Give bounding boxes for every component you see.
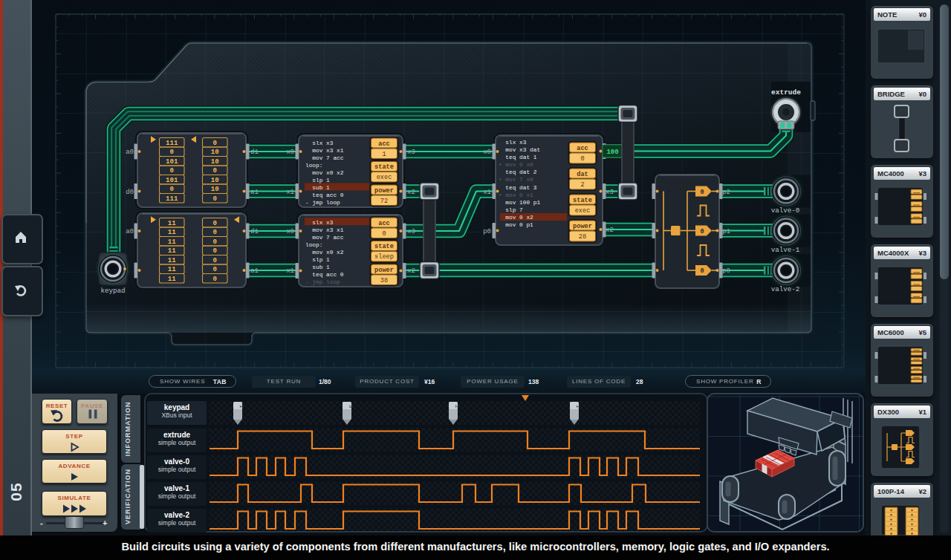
svg-text:11: 11 xyxy=(168,257,176,264)
svg-text:mov 0 p1: mov 0 p1 xyxy=(499,222,533,228)
svg-text:slx x3: slx x3 xyxy=(305,140,334,146)
svg-text:slp 1: slp 1 xyxy=(305,178,330,183)
svg-text:acc: acc xyxy=(577,145,588,152)
svg-text:11: 11 xyxy=(168,266,176,273)
svg-text:x3: x3 xyxy=(606,189,614,196)
svg-text:x1: x1 xyxy=(483,189,491,196)
svg-text:11: 11 xyxy=(168,247,176,255)
svg-text:x1: x1 xyxy=(286,189,294,196)
svg-text:state: state xyxy=(573,197,592,204)
svg-text:p0: p0 xyxy=(483,228,491,235)
svg-text:0: 0 xyxy=(382,230,386,238)
svg-text:p1: p1 xyxy=(722,228,730,235)
svg-text:exec: exec xyxy=(575,207,591,215)
svg-text:slp 1: slp 1 xyxy=(305,257,330,263)
svg-text:mov 7 acc: mov 7 acc xyxy=(305,155,344,161)
svg-text:keypad: keypad xyxy=(100,287,125,295)
svg-text:mov 0 x2: mov 0 x2 xyxy=(499,215,533,221)
svg-text:x0: x0 xyxy=(286,228,294,235)
svg-text:0: 0 xyxy=(212,276,216,283)
svg-text:28: 28 xyxy=(579,233,586,241)
svg-text:loop:: loop: xyxy=(305,242,322,248)
svg-text:slx x3: slx x3 xyxy=(499,140,527,146)
svg-text:11: 11 xyxy=(168,229,176,236)
svg-text:0: 0 xyxy=(212,140,216,147)
svg-text:0: 0 xyxy=(212,167,216,175)
svg-text:sleep: sleep xyxy=(374,253,394,261)
svg-text:VERIFICATION: VERIFICATION xyxy=(124,469,132,524)
svg-text:mov x3 x1: mov x3 x1 xyxy=(305,148,344,154)
svg-text:a1: a1 xyxy=(250,189,259,196)
svg-text:0: 0 xyxy=(212,247,216,255)
svg-text:a0: a0 xyxy=(126,228,134,235)
svg-text:power: power xyxy=(374,267,394,274)
svg-text:power: power xyxy=(573,223,592,230)
svg-text:0: 0 xyxy=(212,195,216,203)
svg-text:p0: p0 xyxy=(722,267,730,275)
svg-text:3: 3 xyxy=(348,405,354,408)
svg-text:power: power xyxy=(374,187,394,195)
svg-text:p2: p2 xyxy=(722,189,730,196)
svg-text:valve-0: valve-0 xyxy=(771,206,800,215)
svg-text:11: 11 xyxy=(168,276,176,283)
svg-text:state: state xyxy=(374,163,394,171)
svg-text:38: 38 xyxy=(380,277,388,284)
svg-text:0: 0 xyxy=(212,257,216,264)
svg-text:teq acc 0: teq acc 0 xyxy=(305,272,344,278)
svg-text:0: 0 xyxy=(212,229,216,236)
svg-text:0: 0 xyxy=(700,228,704,235)
svg-text:10: 10 xyxy=(211,186,219,193)
svg-text:- jmp loop: - jmp loop xyxy=(305,200,340,206)
svg-text:+ mov 0 x0: + mov 0 x0 xyxy=(499,162,533,168)
svg-text:mov x0 x2: mov x0 x2 xyxy=(305,170,344,176)
svg-text:state: state xyxy=(374,243,394,250)
svg-text:10: 10 xyxy=(211,158,219,166)
svg-text:1: 1 xyxy=(382,151,386,158)
svg-text:mov x3 dat: mov x3 dat xyxy=(499,147,540,153)
svg-text:INFORMATION: INFORMATION xyxy=(124,402,132,457)
svg-text:valve-2: valve-2 xyxy=(771,285,800,293)
svg-text:2: 2 xyxy=(454,405,461,408)
svg-text:slx x3: slx x3 xyxy=(305,220,334,226)
svg-text:a1: a1 xyxy=(250,267,259,275)
svg-text:0: 0 xyxy=(580,155,584,163)
svg-text:d1: d1 xyxy=(250,149,259,156)
svg-text:loop:: loop: xyxy=(305,163,322,169)
svg-text:x2: x2 xyxy=(606,227,614,234)
svg-text:mov 100 p1: mov 100 p1 xyxy=(499,200,540,206)
svg-text:dat: dat xyxy=(577,171,588,178)
svg-text:101: 101 xyxy=(166,158,178,166)
svg-text:10: 10 xyxy=(211,149,219,156)
svg-text:1: 1 xyxy=(238,405,245,408)
svg-text:0: 0 xyxy=(169,186,173,193)
svg-text:100: 100 xyxy=(606,149,618,156)
svg-text:x0: x0 xyxy=(286,149,294,156)
svg-text:x1: x1 xyxy=(286,267,294,275)
svg-text:teq dat 1: teq dat 1 xyxy=(499,154,537,160)
svg-text:0: 0 xyxy=(212,266,216,273)
svg-text:0: 0 xyxy=(212,238,216,246)
svg-text:slp 7: slp 7 xyxy=(499,207,523,213)
svg-text:10: 10 xyxy=(211,177,219,184)
svg-text:x3: x3 xyxy=(407,228,415,235)
svg-text:05: 05 xyxy=(7,482,25,501)
svg-text:d1: d1 xyxy=(250,228,259,235)
svg-text:mov x0 x2: mov x0 x2 xyxy=(305,250,344,255)
svg-text:mov 7 acc: mov 7 acc xyxy=(305,235,344,241)
svg-text:acc: acc xyxy=(378,220,389,227)
svg-text:11: 11 xyxy=(168,220,176,227)
svg-text:111: 111 xyxy=(166,195,178,203)
svg-text:x2: x2 xyxy=(407,189,415,196)
svg-text:0: 0 xyxy=(212,220,216,227)
svg-text:0: 0 xyxy=(169,167,173,175)
svg-text:teq dat 2: teq dat 2 xyxy=(499,169,537,175)
svg-text:extrude: extrude xyxy=(771,88,801,97)
svg-text:2: 2 xyxy=(580,181,584,189)
svg-text:exec: exec xyxy=(377,174,392,181)
svg-text:teq dat 3: teq dat 3 xyxy=(499,185,537,191)
svg-text:acc: acc xyxy=(378,140,389,148)
svg-text:0: 0 xyxy=(700,189,704,196)
svg-text:x0: x0 xyxy=(483,149,491,156)
svg-text:a0: a0 xyxy=(126,149,134,156)
svg-text:x3: x3 xyxy=(407,149,415,156)
